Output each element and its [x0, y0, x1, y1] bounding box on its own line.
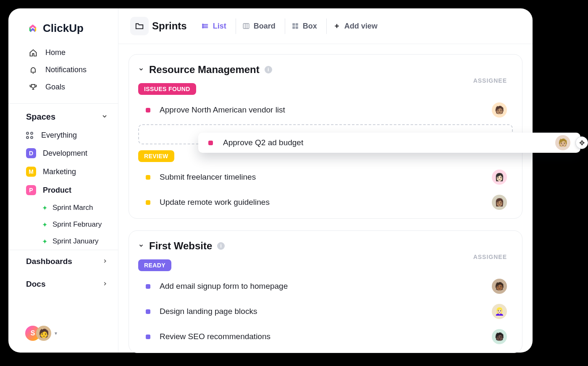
topbar: Sprints List Board Box — [118, 8, 533, 44]
sprint-january[interactable]: ✦ Sprint January — [8, 233, 118, 250]
section-first-website: First Website i ASSIGNEE READY Add email… — [129, 230, 522, 353]
sidebar-item-marketing[interactable]: M Marketing — [8, 162, 118, 181]
sidebar-dashboards[interactable]: Dashboards — [8, 250, 118, 273]
task-label: Submit freelancer timelines — [160, 173, 492, 182]
content: Resource Management i ASSIGNEE ISSUES FO… — [118, 44, 533, 366]
sprint-march-label: Sprint March — [52, 204, 93, 212]
view-board-label: Board — [254, 22, 276, 31]
add-view-button[interactable]: Add view — [326, 18, 383, 34]
sprint-march[interactable]: ✦ Sprint March — [8, 199, 118, 216]
section-title: Resource Management — [149, 64, 260, 76]
divider — [8, 103, 118, 104]
status-dot-icon — [146, 309, 150, 314]
user-avatar-photo: 🧑 — [36, 326, 51, 341]
assignee-avatar[interactable]: 🧑🏿 — [492, 329, 507, 344]
space-development-label: Development — [43, 149, 87, 158]
view-list-label: List — [213, 22, 226, 31]
sidebar-docs[interactable]: Docs — [8, 273, 118, 295]
folder-icon[interactable] — [130, 17, 149, 35]
assignee-avatar[interactable]: 🧑🏽 — [492, 102, 507, 118]
sprint-february-label: Sprint February — [52, 220, 102, 229]
sprint-january-label: Sprint January — [52, 237, 99, 246]
home-icon — [29, 49, 38, 57]
user-switcher[interactable]: S 🧑 ▾ — [25, 326, 57, 341]
status-dot-icon — [146, 200, 150, 205]
assignee-avatar[interactable]: 👱🏻‍♀️ — [492, 304, 507, 319]
nav-notifications[interactable]: Notifications — [26, 61, 110, 78]
task-label: Approve North American vendor list — [160, 105, 492, 115]
trophy-icon — [29, 83, 38, 92]
nav-notifications-label: Notifications — [45, 65, 87, 74]
status-dot-icon — [146, 284, 150, 289]
svg-rect-6 — [292, 26, 295, 29]
bell-icon — [29, 66, 38, 74]
nav-home-label: Home — [45, 48, 66, 57]
svg-rect-7 — [295, 26, 298, 29]
everything-icon — [26, 132, 34, 139]
section-header[interactable]: Resource Management i — [129, 62, 522, 81]
chevron-right-icon — [102, 257, 108, 266]
app-frame: ClickUp Home Notifications Goals — [8, 8, 533, 353]
space-marketing-label: Marketing — [43, 167, 76, 176]
status-dot-icon — [146, 175, 150, 180]
view-tab-box[interactable]: Box — [285, 18, 323, 34]
status-dot-icon — [208, 141, 213, 145]
avatar-stack: S 🧑 — [25, 326, 51, 341]
task-row[interactable]: Update remote work guidelines 👩🏽 — [129, 190, 522, 215]
sprint-february[interactable]: ✦ Sprint February — [8, 216, 118, 233]
dragging-task-row[interactable]: Approve Q2 ad budget 🧑🏼 ✥ — [198, 133, 580, 153]
space-badge-p: P — [26, 185, 36, 195]
status-review[interactable]: REVIEW — [138, 150, 174, 162]
sidebar-item-development[interactable]: D Development — [8, 144, 118, 162]
clickup-logo-icon — [27, 23, 39, 34]
space-product-label: Product — [43, 186, 71, 195]
task-row[interactable]: Submit freelancer timelines 👩🏻 — [129, 165, 522, 190]
nav-home[interactable]: Home — [26, 44, 110, 61]
status-dot-icon — [146, 108, 150, 112]
task-row[interactable]: Design landing page blocks 👱🏻‍♀️ — [129, 299, 522, 324]
svg-rect-5 — [295, 23, 298, 26]
everything-label: Everything — [41, 131, 77, 140]
caret-down-icon: ▾ — [55, 330, 57, 336]
main: Sprints List Board Box — [118, 8, 533, 353]
list-view-icon — [201, 22, 210, 30]
info-icon[interactable]: i — [217, 242, 225, 250]
brand-logo[interactable]: ClickUp — [8, 8, 118, 42]
view-tab-list[interactable]: List — [195, 18, 232, 34]
status-issues-found[interactable]: ISSUES FOUND — [138, 83, 196, 95]
sidebar-item-everything[interactable]: Everything — [8, 127, 118, 144]
sidebar: ClickUp Home Notifications Goals — [8, 8, 118, 353]
task-row[interactable]: Review SEO recommendations 🧑🏿 — [129, 324, 522, 349]
assignee-avatar[interactable]: 👩🏻 — [492, 170, 507, 185]
task-label: Approve Q2 ad budget — [223, 138, 555, 147]
task-row[interactable]: Approve North American vendor list 🧑🏽 — [129, 97, 522, 123]
svg-point-0 — [202, 24, 203, 25]
add-view-label: Add view — [344, 22, 378, 31]
move-cursor-icon: ✥ — [575, 136, 588, 149]
chevron-down-icon — [101, 112, 108, 122]
plus-icon — [333, 22, 341, 30]
task-row[interactable]: Add email signup form to homepage 🧑🏾 — [129, 274, 522, 299]
chevron-down-icon — [138, 243, 144, 250]
sprint-icon: ✦ — [42, 238, 47, 246]
assignee-avatar[interactable]: 👩🏽 — [492, 195, 507, 210]
folder-title: Sprints — [152, 20, 187, 32]
primary-nav: Home Notifications Goals — [8, 42, 118, 100]
status-ready[interactable]: READY — [138, 259, 171, 271]
section-header[interactable]: First Website i — [129, 238, 522, 258]
dashboards-label: Dashboards — [26, 257, 72, 266]
section-title: First Website — [149, 240, 212, 252]
view-box-label: Box — [303, 22, 317, 31]
info-icon[interactable]: i — [265, 66, 272, 73]
assignee-avatar[interactable]: 🧑🏼 — [555, 135, 570, 150]
sidebar-item-product[interactable]: P Product — [8, 181, 118, 199]
spaces-header[interactable]: Spaces — [8, 107, 118, 127]
spaces-header-label: Spaces — [26, 112, 55, 122]
nav-goals[interactable]: Goals — [26, 78, 110, 96]
space-badge-d: D — [26, 148, 36, 158]
task-label: Update remote work guidelines — [160, 198, 492, 207]
nav-goals-label: Goals — [45, 83, 65, 92]
assignee-avatar[interactable]: 🧑🏾 — [492, 279, 507, 294]
brand-name: ClickUp — [43, 22, 84, 35]
view-tab-board[interactable]: Board — [236, 18, 281, 34]
